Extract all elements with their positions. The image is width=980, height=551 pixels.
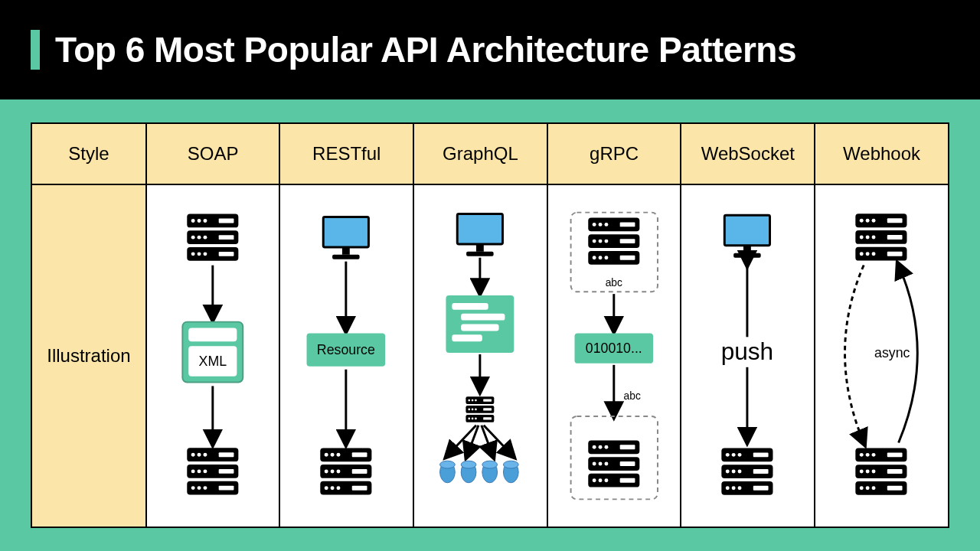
svg-text:Resource: Resource [317, 342, 375, 357]
svg-text:async: async [874, 345, 910, 360]
row-illustration: Illustration [31, 184, 146, 527]
soap-illustration: XML [146, 184, 280, 527]
svg-text:push: push [721, 337, 773, 365]
col-soap: SOAP [146, 123, 280, 184]
header-style: Style [31, 123, 146, 184]
svg-point-46 [504, 461, 519, 468]
svg-rect-32 [461, 324, 498, 331]
svg-rect-31 [461, 314, 505, 321]
websocket-illustration: push [681, 184, 815, 527]
svg-text:abc: abc [605, 277, 622, 289]
col-grpc: gRPC [547, 123, 681, 184]
svg-text:XML: XML [198, 354, 227, 369]
diagram-area: Style SOAP RESTful GraphQL gRPC WebSocke… [0, 99, 980, 551]
patterns-table: Style SOAP RESTful GraphQL gRPC WebSocke… [31, 122, 949, 528]
grpc-illustration: abc 010010... abc [547, 184, 681, 527]
accent-bar [31, 30, 40, 70]
svg-text:abc: abc [623, 390, 640, 402]
svg-rect-20 [188, 328, 237, 342]
svg-rect-33 [452, 334, 482, 341]
webhook-illustration: async [815, 184, 949, 527]
col-graphql: GraphQL [413, 123, 547, 184]
col-restful: RESTful [279, 123, 413, 184]
header: Top 6 Most Popular API Architecture Patt… [0, 0, 980, 99]
col-webhook: Webhook [815, 123, 949, 184]
graphql-illustration [413, 184, 547, 527]
svg-point-40 [440, 461, 456, 468]
svg-point-44 [482, 461, 498, 468]
svg-point-42 [461, 461, 476, 468]
svg-text:010010...: 010010... [586, 341, 642, 356]
restful-illustration: Resource [279, 184, 413, 527]
page-title: Top 6 Most Popular API Architecture Patt… [55, 29, 796, 70]
svg-rect-30 [452, 303, 488, 310]
col-websocket: WebSocket [681, 123, 815, 184]
